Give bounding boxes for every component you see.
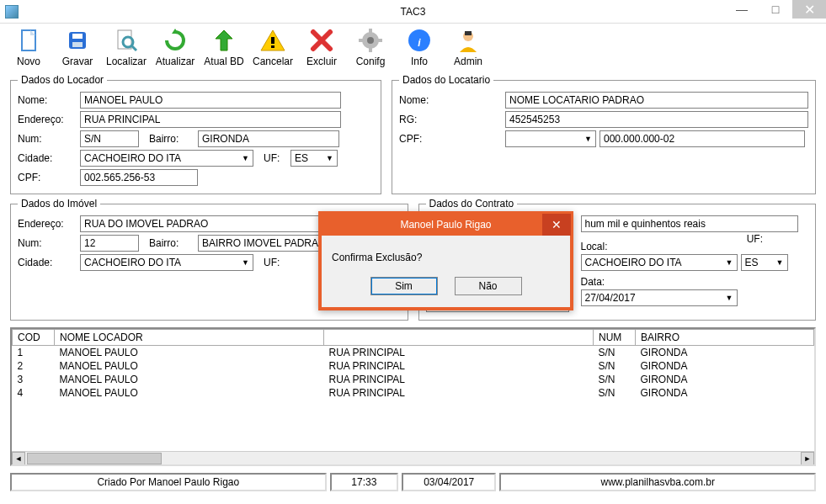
locador-legend: Dados do Locador bbox=[18, 74, 107, 86]
status-time: 17:33 bbox=[330, 473, 398, 491]
svg-rect-7 bbox=[271, 37, 274, 44]
chevron-down-icon: ▼ bbox=[242, 154, 249, 162]
grid-header-nome[interactable]: NOME LOCADOR bbox=[55, 330, 324, 346]
locador-num-input[interactable] bbox=[80, 130, 139, 147]
scroll-right-icon[interactable]: ► bbox=[801, 452, 814, 465]
gravar-button[interactable]: Gravar bbox=[54, 25, 101, 69]
close-button[interactable]: ✕ bbox=[792, 0, 826, 19]
chevron-down-icon: ▼ bbox=[776, 258, 784, 267]
status-site: www.planilhasvba.com.br bbox=[499, 473, 816, 491]
imovel-num-input[interactable] bbox=[80, 235, 139, 252]
locatario-rg-input[interactable] bbox=[505, 111, 808, 128]
chevron-down-icon: ▼ bbox=[584, 135, 592, 143]
locador-num-label: Num: bbox=[18, 133, 77, 145]
locatario-cpf-select[interactable]: ▼ bbox=[505, 130, 596, 147]
imovel-cid-select[interactable]: CACHOEIRO DO ITA▼ bbox=[80, 254, 253, 271]
dialog-titlebar[interactable]: Manoel Paulo Rigao ✕ bbox=[321, 214, 571, 236]
locador-uf-select[interactable]: ES▼ bbox=[290, 150, 338, 167]
locador-uf-label: UF: bbox=[264, 152, 287, 164]
locatario-legend: Dados do Locatario bbox=[399, 74, 493, 86]
locador-cpf-label: CPF: bbox=[18, 172, 77, 183]
locador-nome-input[interactable] bbox=[80, 92, 341, 109]
atualizar-button[interactable]: Atualizar bbox=[152, 25, 199, 69]
atualbd-button[interactable]: Atual BD bbox=[200, 25, 248, 69]
minimize-button[interactable]: — bbox=[725, 0, 759, 19]
dialog-no-button[interactable]: Não bbox=[455, 277, 522, 295]
imovel-bairro-label: Bairro: bbox=[149, 237, 195, 249]
cancelar-button[interactable]: Cancelar bbox=[249, 25, 296, 69]
chevron-down-icon: ▼ bbox=[326, 154, 333, 162]
chevron-down-icon: ▼ bbox=[726, 258, 733, 267]
table-row[interactable]: 4MANOEL PAULORUA PRINCIPALS/NGIRONDA bbox=[13, 386, 814, 400]
locatario-cpf-label: CPF: bbox=[399, 133, 445, 145]
dialog-yes-button[interactable]: Sim bbox=[370, 277, 438, 295]
confirm-dialog: Manoel Paulo Rigao ✕ Confirma Exclusão? … bbox=[318, 211, 573, 310]
chevron-down-icon: ▼ bbox=[726, 294, 733, 302]
imovel-end-label: Endereço: bbox=[18, 218, 77, 230]
locatario-cpf-input[interactable] bbox=[600, 130, 805, 147]
info-button[interactable]: iInfo bbox=[396, 25, 443, 69]
titlebar: TAC3 — □ ✕ bbox=[0, 0, 826, 24]
locador-cpf-input[interactable] bbox=[80, 169, 198, 186]
locador-end-input[interactable] bbox=[80, 111, 341, 128]
svg-point-10 bbox=[367, 37, 374, 44]
svg-rect-13 bbox=[359, 39, 364, 42]
novo-button[interactable]: Novo bbox=[5, 25, 52, 69]
localizar-button[interactable]: Localizar bbox=[103, 25, 150, 69]
imovel-cid-label: Cidade: bbox=[18, 257, 77, 268]
svg-rect-12 bbox=[369, 47, 372, 52]
locador-group: Dados do Locador Nome: Endereço: Num:Bai… bbox=[10, 74, 381, 194]
imovel-end-input[interactable] bbox=[80, 215, 341, 232]
svg-rect-18 bbox=[465, 31, 472, 35]
locatario-nome-label: Nome: bbox=[399, 94, 445, 106]
dialog-message: Confirma Exclusão? bbox=[322, 235, 570, 272]
grid-header-row: COD NOME LOCADOR NUM BAIRRO bbox=[13, 330, 814, 346]
horizontal-scrollbar[interactable]: ◄ ► bbox=[12, 451, 814, 464]
maximize-button[interactable]: □ bbox=[759, 0, 792, 19]
svg-rect-2 bbox=[72, 34, 83, 39]
locador-end-label: Endereço: bbox=[18, 114, 77, 125]
grid-header-cod[interactable]: COD bbox=[13, 330, 55, 346]
imovel-legend: Dados do Imóvel bbox=[18, 198, 100, 210]
locador-bairro-label: Bairro: bbox=[149, 133, 195, 145]
excluir-button[interactable]: Excluir bbox=[298, 25, 345, 69]
grid-header-num[interactable]: NUM bbox=[594, 330, 636, 346]
window-title: TAC3 bbox=[401, 6, 426, 18]
scroll-left-icon[interactable]: ◄ bbox=[12, 452, 25, 465]
contrato-local-select[interactable]: CACHOEIRO DO ITA▼ bbox=[581, 254, 738, 271]
contrato-data-label: Data: bbox=[581, 276, 788, 288]
status-author: Criado Por Manoel Paulo Rigao bbox=[10, 473, 327, 491]
svg-rect-14 bbox=[377, 39, 382, 42]
locador-bairro-input[interactable] bbox=[198, 130, 339, 147]
grid-header-end[interactable] bbox=[324, 330, 594, 346]
chevron-down-icon: ▼ bbox=[242, 258, 249, 267]
contrato-data-select[interactable]: 27/04/2017▼ bbox=[581, 289, 738, 306]
contrato-valorext-input[interactable] bbox=[581, 215, 798, 232]
dialog-close-button[interactable]: ✕ bbox=[542, 214, 571, 236]
config-button[interactable]: Conifg bbox=[347, 25, 394, 69]
grid-header-bairro[interactable]: BAIRRO bbox=[636, 330, 814, 346]
table-row[interactable]: 1MANOEL PAULORUA PRINCIPALS/NGIRONDA bbox=[13, 346, 814, 359]
table-row[interactable]: 3MANOEL PAULORUA PRINCIPALS/NGIRONDA bbox=[13, 373, 814, 386]
locador-cid-select[interactable]: CACHOEIRO DO ITA▼ bbox=[80, 150, 253, 167]
locatario-rg-label: RG: bbox=[399, 114, 445, 125]
contrato-uf-label: UF: bbox=[747, 233, 763, 245]
imovel-uf-label: UF: bbox=[264, 257, 287, 268]
grid[interactable]: COD NOME LOCADOR NUM BAIRRO 1MANOEL PAUL… bbox=[10, 327, 816, 466]
svg-rect-8 bbox=[271, 45, 274, 48]
locatario-group: Dados do Locatario Nome: RG: CPF:▼ bbox=[392, 74, 816, 194]
locador-cid-label: Cidade: bbox=[18, 152, 77, 164]
imovel-num-label: Num: bbox=[18, 237, 77, 249]
locador-nome-label: Nome: bbox=[18, 94, 77, 106]
status-date: 03/04/2017 bbox=[402, 473, 496, 491]
app-icon bbox=[5, 5, 19, 19]
dialog-title: Manoel Paulo Rigao bbox=[400, 219, 491, 231]
contrato-legend: Dados do Contrato bbox=[426, 198, 518, 210]
table-row[interactable]: 2MANOEL PAULORUA PRINCIPALS/NGIRONDA bbox=[13, 359, 814, 373]
svg-rect-3 bbox=[72, 42, 83, 47]
scroll-thumb[interactable] bbox=[27, 453, 162, 464]
locatario-nome-input[interactable] bbox=[505, 92, 808, 109]
svg-line-6 bbox=[131, 45, 136, 50]
admin-button[interactable]: Admin bbox=[445, 25, 492, 69]
contrato-uf-select[interactable]: ES▼ bbox=[741, 254, 788, 271]
